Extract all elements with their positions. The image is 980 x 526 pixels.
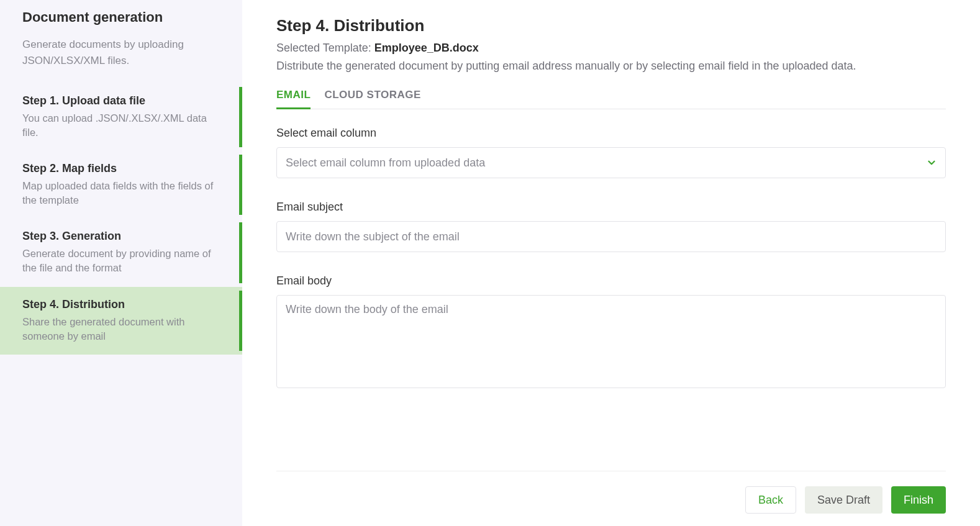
step-desc: Map uploaded data fields with the fields… (22, 179, 220, 207)
selected-template-label: Selected Template: (276, 42, 374, 54)
select-email-column[interactable]: Select email column from uploaded data (276, 147, 946, 178)
email-body-input[interactable] (276, 295, 946, 388)
step-title: Step 1. Upload data file (22, 94, 220, 107)
step-title: Step 2. Map fields (22, 162, 220, 175)
page-heading: Step 4. Distribution (276, 16, 946, 35)
save-draft-button[interactable]: Save Draft (805, 486, 882, 514)
step-generation[interactable]: Step 3. Generation Generate document by … (0, 219, 242, 286)
step-desc: Share the generated document with someon… (22, 315, 220, 343)
finish-button[interactable]: Finish (891, 486, 946, 514)
step-distribution[interactable]: Step 4. Distribution Share the generated… (0, 287, 242, 355)
page-description: Distribute the generated document by put… (276, 60, 946, 73)
sidebar-title: Document generation (22, 9, 220, 25)
footer-actions: Back Save Draft Finish (276, 471, 946, 514)
distribution-tabs: EMAIL CLOUD STORAGE (276, 89, 946, 109)
selected-template-name: Employee_DB.docx (374, 42, 479, 54)
step-desc: Generate document by providing name of t… (22, 247, 220, 275)
step-map-fields[interactable]: Step 2. Map fields Map uploaded data fie… (0, 151, 242, 219)
sidebar-header: Document generation Generate documents b… (0, 0, 242, 83)
selected-template-line: Selected Template: Employee_DB.docx (276, 42, 946, 55)
email-form: Select email column Select email column … (276, 127, 946, 391)
step-desc: You can upload .JSON/.XLSX/.XML data fil… (22, 111, 220, 140)
tab-email[interactable]: EMAIL (276, 89, 311, 109)
step-title: Step 3. Generation (22, 230, 220, 243)
step-list: Step 1. Upload data file You can upload … (0, 83, 242, 355)
email-subject-label: Email subject (276, 201, 946, 214)
email-subject-input[interactable] (276, 221, 946, 252)
select-email-column-wrap: Select email column from uploaded data (276, 147, 946, 178)
select-placeholder: Select email column from uploaded data (286, 156, 485, 170)
email-body-label: Email body (276, 274, 946, 288)
step-title: Step 4. Distribution (22, 298, 220, 311)
main-content: Step 4. Distribution Selected Template: … (242, 0, 980, 526)
select-email-column-label: Select email column (276, 127, 946, 140)
back-button[interactable]: Back (745, 486, 796, 514)
sidebar: Document generation Generate documents b… (0, 0, 242, 526)
step-upload-data[interactable]: Step 1. Upload data file You can upload … (0, 83, 242, 151)
sidebar-subtitle: Generate documents by uploading JSON/XLS… (22, 37, 220, 68)
tab-cloud-storage[interactable]: CLOUD STORAGE (324, 89, 420, 109)
